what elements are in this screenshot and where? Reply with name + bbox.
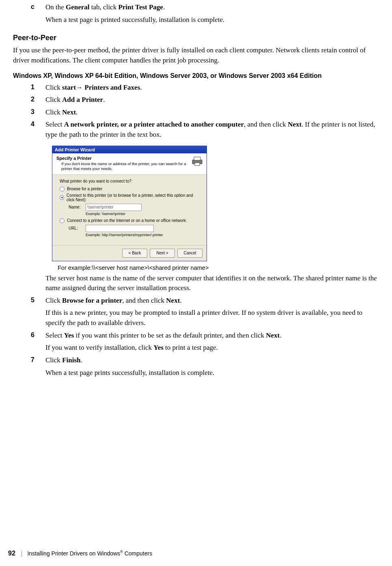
step-2: 2 Click Add a Printer. [31,95,379,105]
step-5: 5 Click Browse for a printer, and then c… [31,296,379,306]
arrow: → [76,84,84,91]
bold-yes: Yes [153,344,164,351]
footer-separator: | [21,550,23,557]
substep-body: On the General tab, click Print Test Pag… [45,2,379,13]
text: If you want to verify installation, clic… [45,344,153,351]
step-6-after: If you want to verify installation, clic… [45,343,379,353]
wizard-titlebar: Add Printer Wizard [52,146,207,153]
step-6: 6 Select Yes if you want this printer to… [31,331,379,341]
text: Click [45,297,62,304]
wizard-header-title: Specify a Printer [56,156,189,161]
text: . [180,297,181,304]
bold-printers-faxes: Printers and Faxes [84,84,140,91]
registered-icon: ® [120,550,123,554]
substep-c-after: When a test page is printed successfully… [45,15,379,25]
text: . [76,108,78,116]
bold-finish: Finish [62,356,80,364]
bold-next: Next [288,121,302,128]
text: On the [45,3,66,11]
step-mark: 3 [31,108,45,116]
text: . [140,84,142,91]
wizard-name-example: Example: \\server\printer [86,212,201,216]
page-number: 92 [8,550,15,557]
radio-unselected-icon [60,218,65,223]
footer-title-pre: Installing Printer Drivers on Windows [27,550,120,557]
page-footer: 92 | Installing Printer Drivers on Windo… [8,550,152,557]
wizard-url-input[interactable] [86,225,154,232]
peer-paragraph: If you use the peer-to-peer method, the … [13,45,379,65]
step-body: Click Finish. [45,355,379,366]
step-mark: 1 [31,83,45,91]
text: . [280,331,281,339]
bold-next: Next [266,331,280,339]
name-label: Name: [69,205,85,209]
text: Click [45,108,62,116]
text: Click [45,84,62,91]
bold-print-test-page: Print Test Page [118,3,163,11]
text: , and then click [244,121,288,128]
wizard-url-row: URL: [69,225,201,232]
svg-rect-1 [194,157,200,160]
footer-title-post: Computers [123,550,152,557]
step-body: Click start→ Printers and Faxes. [45,83,379,93]
wizard-option-connect-name[interactable]: Connect to this printer (or to browse fo… [60,193,201,202]
footer-title: Installing Printer Drivers on Windows® C… [27,550,152,557]
opt-browse-label: rowse for a printer [70,187,103,191]
bold-browse-for-a-printer: Browse for a printer [62,297,122,304]
substep-mark: c [31,2,45,11]
step-7: 7 Click Finish. [31,355,379,366]
wizard-option-browse[interactable]: Browse for a printer [60,187,201,192]
step-1: 1 Click start→ Printers and Faxes. [31,83,379,93]
step-4-after: The server host name is the name of the … [45,273,379,293]
step-body: Click Browse for a printer, and then cli… [45,296,379,306]
text: to print a test page. [164,344,218,351]
heading-peer-to-peer: Peer-to-Peer [13,34,379,42]
wizard-cancel-button[interactable]: Cancel [177,249,202,258]
text: , and then click [122,297,166,304]
text: . [163,3,165,11]
radio-selected-icon [60,195,64,200]
wizard-screenshot: Add Printer Wizard Specify a Printer If … [52,146,206,261]
text: Select [45,331,64,339]
step-body: Select Yes if you want this printer to b… [45,331,379,341]
url-label: URL: [69,226,85,230]
step-7-after: When a test page prints successfully, in… [45,368,379,378]
text: Click [45,96,62,103]
wizard-name-input[interactable]: \\server\printer [86,204,142,211]
bold-yes: Yes [64,331,74,339]
step-3: 3 Click Next. [31,108,379,118]
wizard-body: What printer do you want to connect to? … [52,175,207,245]
wizard-header: Specify a Printer If you don't know the … [52,153,207,175]
printer-icon [191,156,203,166]
text: . [80,356,82,364]
step-mark: 2 [31,95,45,103]
wizard-footer: < Back Next > Cancel [52,245,207,261]
wizard-window: Add Printer Wizard Specify a Printer If … [52,146,207,261]
bold-general: General [66,3,90,11]
bold-next: Next [62,108,76,116]
wizard-url-example: Example: http://server/printers/myprinte… [86,233,201,237]
text: tab, click [90,3,118,11]
wizard-option-connect-url[interactable]: Connect to a printer on the Internet or … [60,218,201,223]
substep-c: c On the General tab, click Print Test P… [31,2,379,13]
bold-add-a-printer: Add a Printer [62,96,103,103]
wizard-name-row: Name: \\server\printer [69,204,201,211]
text: if you want this printer to be set as th… [74,331,266,339]
opt-url-label: Connect to a printer on the Internet or … [67,218,187,223]
text: Click [45,356,62,364]
radio-unselected-icon [60,187,65,192]
step-body: Select A network printer, or a printer a… [45,120,379,140]
step-mark: 7 [31,355,45,364]
step-5-after: If this is a new printer, you may be pro… [45,308,379,328]
step-4: 4 Select A network printer, or a printer… [31,120,379,140]
wizard-example-caption: For example:\\<server host name>\<shared… [58,265,379,271]
bold-next: Next [166,297,180,304]
step-body: Click Next. [45,108,379,118]
opt-connect-label: Connect to this printer (or to browse fo… [67,193,201,202]
heading-windows-editions: Windows XP, Windows XP 64-bit Edition, W… [13,72,379,80]
wizard-header-subtitle: If you don't know the name or address of… [61,161,189,171]
wizard-back-button[interactable]: < Back [122,249,147,258]
step-mark: 6 [31,331,45,339]
text: . [103,96,105,103]
wizard-next-button[interactable]: Next > [150,249,175,258]
